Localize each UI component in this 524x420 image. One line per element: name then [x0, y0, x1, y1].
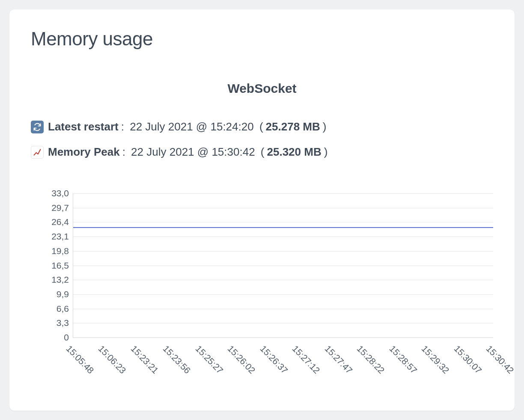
page-title: Memory usage: [31, 28, 493, 50]
chart-y-tick-label: 6,6: [43, 304, 73, 314]
chart-title: WebSocket: [31, 81, 493, 96]
chart-series-line: [73, 227, 493, 228]
peak-icon: [31, 146, 44, 159]
latest-restart-time: 22 July 2021 @ 15:24:20: [130, 116, 254, 137]
chart-x-tick-label: 15:05:48: [64, 343, 96, 376]
chart-y-tick-label: 19,8: [43, 246, 73, 256]
restart-icon: [31, 121, 44, 133]
chart-x-tick-label: 15:30:42: [484, 343, 516, 376]
chart-gridline: [73, 222, 493, 222]
chart-y-tick-label: 29,7: [43, 203, 73, 213]
chart-x-tick-label: 15:26:37: [258, 343, 290, 376]
memory-peak-time: 22 July 2021 @ 15:30:42: [131, 142, 255, 163]
chart-plot-area: 03,36,69,913,216,519,823,126,429,733,015…: [73, 193, 493, 338]
chart-y-tick-label: 16,5: [43, 260, 73, 271]
chart-x-tick-label: 15:23:21: [129, 343, 161, 376]
chart-x-tick-label: 15:23:56: [161, 343, 193, 376]
chart-y-tick-label: 9,9: [43, 289, 73, 299]
chart-gridline: [73, 323, 493, 323]
chart-gridline: [73, 309, 493, 309]
chart-gridline: [73, 193, 493, 194]
chart-x-tick-label: 15:30:07: [452, 343, 483, 376]
memory-peak-line: Memory Peak: 22 July 2021 @ 15:30:42 (25…: [31, 142, 493, 163]
chart-y-tick-label: 0: [43, 332, 73, 343]
memory-usage-card: Memory usage WebSocket Latest restart: 2…: [9, 9, 515, 411]
chart-x-tick-label: 15:25:27: [194, 343, 225, 376]
latest-restart-line: Latest restart: 22 July 2021 @ 15:24:20 …: [31, 116, 493, 137]
chart-gridline: [73, 280, 493, 280]
chart-y-tick-label: 33,0: [43, 188, 73, 198]
chart-x-tick-label: 15:27:12: [290, 343, 322, 376]
chart-gridline: [73, 208, 493, 208]
chart-gridline: [73, 266, 493, 266]
chart-meta: Latest restart: 22 July 2021 @ 15:24:20 …: [31, 116, 493, 163]
chart-y-tick-label: 3,3: [43, 318, 73, 328]
memory-peak-label: Memory Peak: [48, 142, 120, 163]
chart-y-tick-label: 23,1: [43, 231, 73, 242]
chart-gridline: [73, 294, 493, 295]
memory-chart: 03,36,69,913,216,519,823,126,429,733,015…: [39, 193, 493, 381]
memory-peak-value: 25.320 MB: [267, 142, 322, 163]
chart-x-tick-label: 15:27:47: [322, 343, 354, 376]
chart-x-tick-label: 15:26:02: [226, 343, 257, 376]
latest-restart-value: 25.278 MB: [266, 116, 320, 137]
chart-gridline: [73, 237, 493, 237]
latest-restart-label: Latest restart: [48, 116, 119, 137]
chart-x-tick-label: 15:29:32: [420, 343, 451, 376]
chart-x-tick-label: 15:06:23: [96, 343, 128, 376]
chart-y-tick-label: 26,4: [43, 217, 73, 227]
chart-x-tick-label: 15:28:22: [355, 343, 387, 376]
chart-x-tick-label: 15:28:57: [387, 343, 419, 376]
chart-gridline: [73, 251, 493, 251]
chart-y-tick-label: 13,2: [43, 275, 73, 285]
